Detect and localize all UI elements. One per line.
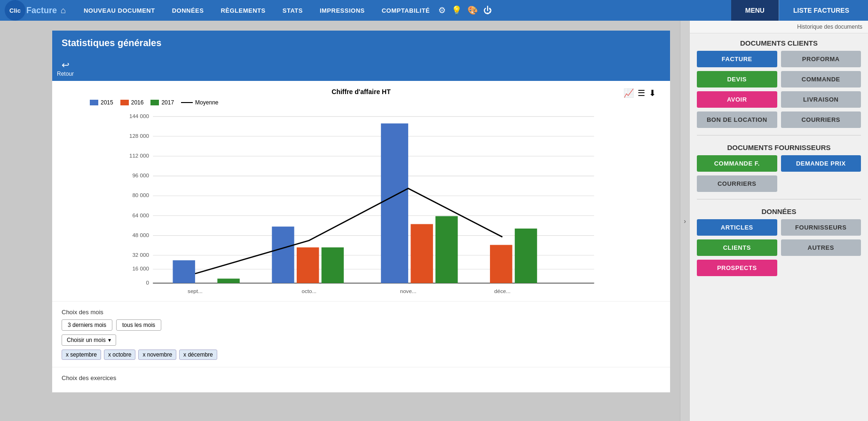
- docs-clients-title: DOCUMENTS CLIENTS: [690, 33, 868, 51]
- settings-icon[interactable]: ⚙: [438, 5, 446, 16]
- home-icon[interactable]: ⌂: [61, 6, 66, 16]
- svg-text:0: 0: [146, 280, 149, 286]
- donnees-title: DONNÉES: [690, 202, 868, 219]
- exercises-section: Choix des exercices: [52, 367, 670, 392]
- month-choices-buttons: 3 derniers mois tous les mois: [62, 319, 661, 331]
- month-dropdown[interactable]: Choisir un mois ▾: [62, 334, 116, 346]
- power-icon[interactable]: ⏻: [483, 6, 492, 16]
- svg-text:nove...: nove...: [400, 288, 417, 294]
- svg-text:144 000: 144 000: [129, 113, 149, 119]
- btn-articles[interactable]: ARTICLES: [697, 219, 777, 236]
- legend-color-2017: [150, 100, 159, 105]
- chart-line-icon[interactable]: 📈: [623, 88, 634, 98]
- legend-color-2016: [120, 100, 129, 105]
- btn-facture[interactable]: FACTURE: [697, 51, 777, 67]
- logo-circle: Clic: [5, 0, 25, 21]
- btn-bon-de-location[interactable]: BON DE LOCATION: [697, 111, 777, 128]
- main-layout: Statistiques générales ↩ Retour Chiffre …: [0, 21, 868, 421]
- bar-octo-2016: [297, 247, 319, 283]
- svg-text:sept...: sept...: [188, 288, 203, 294]
- collapse-arrow-icon: ›: [684, 217, 686, 225]
- svg-text:déce...: déce...: [494, 288, 511, 294]
- btn-autres[interactable]: AUTRES: [781, 239, 861, 256]
- collapse-handle[interactable]: ›: [680, 21, 689, 421]
- btn-proforma[interactable]: PROFORMA: [781, 51, 861, 67]
- palette-icon[interactable]: 🎨: [467, 5, 478, 16]
- nav-stats[interactable]: STATS: [274, 0, 311, 21]
- panel-header: Statistiques générales: [52, 31, 670, 56]
- btn-avoir[interactable]: AVOIR: [697, 91, 777, 108]
- month-dropdown-label: Choisir un mois: [67, 337, 106, 343]
- menu-button[interactable]: MENU: [731, 0, 779, 21]
- retour-button[interactable]: ↩ Retour: [57, 59, 74, 77]
- svg-text:48 000: 48 000: [132, 232, 149, 238]
- tag-decembre[interactable]: x décembre: [179, 350, 217, 360]
- exercises-label: Choix des exercices: [62, 374, 661, 381]
- nav-impressions[interactable]: IMPRESSIONS: [311, 0, 373, 21]
- retour-label: Retour: [57, 71, 74, 77]
- chart-download-icon[interactable]: ⬇: [649, 88, 656, 98]
- bar-sept-2017: [217, 278, 239, 283]
- chart-svg: 144 000 128 000 112 000 96 000 80 000 64…: [62, 111, 661, 294]
- legend-2016: 2016: [120, 99, 144, 106]
- nav-comptabilite[interactable]: COMPTABILITÉ: [373, 0, 439, 21]
- btn-prospects[interactable]: PROSPECTS: [697, 260, 777, 276]
- sidebar-breadcrumb: Historique des documents: [690, 21, 868, 33]
- btn-livraison[interactable]: LIVRAISON: [781, 91, 861, 108]
- btn-clients[interactable]: CLIENTS: [697, 239, 777, 256]
- docs-fournisseurs-title: DOCUMENTS FOURNISSEURS: [690, 138, 868, 155]
- bar-nove-2016: [410, 224, 433, 283]
- month-choices-label: Choix des mois: [62, 309, 661, 316]
- liste-factures-button[interactable]: LISTE FACTURES: [779, 0, 863, 21]
- btn-commande[interactable]: COMMANDE: [781, 71, 861, 87]
- chart-wrapper: 144 000 128 000 112 000 96 000 80 000 64…: [62, 111, 661, 294]
- legend-label-moyenne: Moyenne: [195, 99, 218, 106]
- tag-octobre[interactable]: x octobre: [104, 350, 135, 360]
- legend-2017: 2017: [150, 99, 174, 106]
- svg-text:octo...: octo...: [302, 288, 317, 294]
- svg-text:64 000: 64 000: [132, 213, 149, 218]
- svg-text:80 000: 80 000: [132, 192, 149, 198]
- bar-dece-2016: [490, 245, 512, 283]
- svg-text:128 000: 128 000: [129, 133, 149, 139]
- bulb-icon[interactable]: 💡: [451, 5, 462, 16]
- logo-text: Facture: [26, 6, 57, 16]
- bar-nove-2017: [435, 216, 458, 283]
- divider-2: [697, 199, 861, 199]
- nav-reglements[interactable]: RÈGLEMENTS: [212, 0, 274, 21]
- btn-courriers-fournisseurs[interactable]: COURRIERS: [697, 175, 777, 192]
- btn-commande-f[interactable]: COMMANDE F.: [697, 155, 777, 172]
- btn-demande-prix[interactable]: DEMANDE PRIX: [781, 155, 861, 172]
- legend-label-2017: 2017: [161, 99, 174, 106]
- divider-1: [697, 135, 861, 135]
- btn-fournisseurs[interactable]: FOURNISSEURS: [781, 219, 861, 236]
- btn-3-derniers-mois[interactable]: 3 derniers mois: [62, 319, 112, 331]
- chart-area: Chiffre d'affaire HT 2015 2016: [52, 81, 670, 301]
- nav-items: NOUVEAU DOCUMENT DONNÉES RÈGLEMENTS STAT…: [75, 0, 731, 21]
- main-panel: Statistiques générales ↩ Retour Chiffre …: [52, 30, 671, 393]
- legend-label-2016: 2016: [131, 99, 144, 106]
- logo-area: Clic Facture ⌂: [5, 0, 66, 21]
- bar-nove-2015: [381, 123, 408, 283]
- btn-tous-les-mois[interactable]: tous les mois: [116, 319, 161, 331]
- bar-octo-2017: [322, 247, 344, 283]
- donnees-grid: ARTICLES FOURNISSEURS CLIENTS AUTRES PRO…: [690, 219, 868, 281]
- month-choices-section: Choix des mois 3 derniers mois tous les …: [52, 301, 670, 367]
- legend-moyenne: Moyenne: [181, 99, 218, 106]
- bar-octo-2015: [272, 227, 294, 283]
- page-title: Statistiques générales: [62, 38, 161, 48]
- nav-nouveau-document[interactable]: NOUVEAU DOCUMENT: [75, 0, 164, 21]
- docs-fournisseurs-grid: COMMANDE F. DEMANDE PRIX COURRIERS: [690, 155, 868, 197]
- tag-novembre[interactable]: x novembre: [138, 350, 176, 360]
- nav-donnees[interactable]: DONNÉES: [164, 0, 213, 21]
- bar-dece-2017: [515, 229, 537, 283]
- svg-text:16 000: 16 000: [132, 266, 149, 271]
- btn-courriers-clients[interactable]: COURRIERS: [781, 111, 861, 128]
- legend-color-2015: [90, 100, 98, 105]
- chart-list-icon[interactable]: ☰: [638, 88, 645, 98]
- legend-label-2015: 2015: [101, 99, 113, 106]
- month-dropdown-arrow-icon: ▾: [108, 337, 111, 343]
- tag-septembre[interactable]: x septembre: [62, 350, 101, 360]
- btn-devis[interactable]: DEVIS: [697, 71, 777, 87]
- svg-text:32 000: 32 000: [132, 252, 149, 258]
